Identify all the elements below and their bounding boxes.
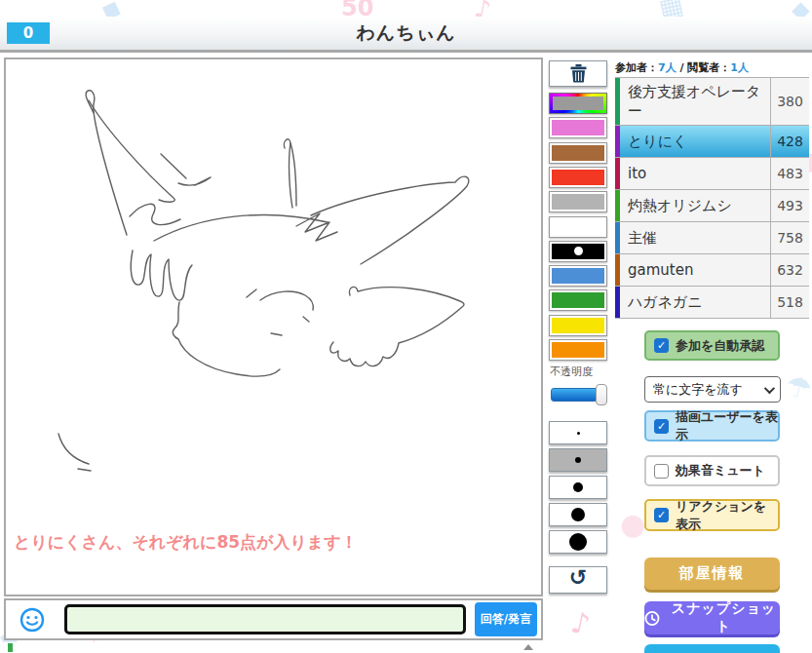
undo-button[interactable]: ↺ <box>549 566 607 594</box>
brush-size-1[interactable] <box>549 421 607 444</box>
header-bar: 0 わんちぃん <box>0 17 812 53</box>
player-row[interactable]: とりにく428 <box>615 126 809 158</box>
color-swatch-yellow[interactable] <box>549 315 607 336</box>
brush-dot <box>575 457 581 463</box>
color-fill <box>552 120 604 135</box>
color-fill <box>552 342 604 358</box>
player-list: 後方支援オペレーター380とりにく428ito483灼熱オリジムシ493主催75… <box>615 77 809 319</box>
room-title: わんちぃん <box>356 20 455 46</box>
show-reactions-toggle[interactable]: ✓ リアクションを表示 <box>644 499 780 531</box>
chevron-down-icon <box>764 382 775 393</box>
player-row[interactable]: ito483 <box>615 158 809 190</box>
brush-dot <box>573 482 583 492</box>
show-draw-user-checkbox[interactable]: ✓ <box>654 419 669 434</box>
snapshot-button[interactable]: スナップショット <box>644 601 780 634</box>
undo-icon: ↺ <box>569 567 587 589</box>
selected-color-dot <box>574 247 583 255</box>
bottom-cyan-button[interactable] <box>644 644 780 653</box>
auto-approve-label: 参加を自動承認 <box>676 337 764 355</box>
mute-sfx-checkbox[interactable] <box>654 464 669 479</box>
color-fill <box>552 244 604 259</box>
player-name: ハガネガニ <box>620 287 771 318</box>
opacity-slider-track <box>551 388 598 402</box>
brush-dot <box>569 533 587 551</box>
show-draw-user-toggle[interactable]: ✓ 描画ユーザーを表示 <box>644 410 780 442</box>
mute-sfx-toggle[interactable]: 効果音ミュート <box>644 455 780 486</box>
color-swatch-brown[interactable] <box>549 142 607 164</box>
player-row[interactable]: 灼熱オリジムシ493 <box>615 190 809 222</box>
opacity-slider[interactable] <box>551 383 607 406</box>
answer-submit-button[interactable]: 回答/発言 <box>475 602 537 636</box>
color-swatch-pink[interactable] <box>549 117 607 138</box>
participants-line: 参加者：7人 / 閲覧者：1人 <box>615 60 749 75</box>
auto-approve-toggle[interactable]: ✓ 参加を自動承認 <box>644 330 780 361</box>
color-swatch-black[interactable] <box>549 241 607 262</box>
player-row[interactable]: 後方支援オペレーター380 <box>615 78 809 126</box>
show-reactions-label: リアクションを表示 <box>676 498 778 533</box>
clock-icon <box>644 610 660 627</box>
scroll-up-arrow-icon[interactable] <box>523 644 533 650</box>
color-fill <box>553 96 603 110</box>
brush-dot <box>577 432 580 435</box>
participants-count: 7人 <box>658 61 677 74</box>
color-fill <box>552 318 604 333</box>
player-name: 主催 <box>620 222 771 253</box>
color-swatch-green[interactable] <box>549 289 607 311</box>
player-name: 灼熱オリジムシ <box>620 190 771 221</box>
bottom-strip <box>4 642 543 653</box>
color-swatch-orange[interactable] <box>549 339 607 361</box>
log-marker <box>8 643 13 652</box>
sketch-drawing <box>6 59 541 595</box>
game-score-message: とりにくさん、それぞれに85点が入ります！ <box>14 531 358 554</box>
player-row[interactable]: 主催758 <box>615 222 809 254</box>
brush-size-3[interactable] <box>549 476 607 499</box>
color-swatch-red[interactable] <box>549 167 607 188</box>
brush-size-5[interactable] <box>549 530 607 554</box>
color-fill <box>552 170 604 185</box>
pattern-glyph: ♪ <box>568 604 594 641</box>
player-row[interactable]: gamuten632 <box>615 254 809 287</box>
answer-input[interactable] <box>64 604 466 634</box>
text-flow-value: 常に文字を流す <box>653 381 743 399</box>
player-score: 483 <box>771 158 809 189</box>
player-score: 632 <box>771 254 809 286</box>
chat-bar: 回答/発言 <box>4 598 543 640</box>
color-swatch-custom-rainbow[interactable] <box>549 93 607 114</box>
player-score: 380 <box>771 78 809 125</box>
player-name: 後方支援オペレーター <box>620 78 771 125</box>
color-fill <box>552 268 604 284</box>
color-swatch-gray[interactable] <box>549 191 607 212</box>
brush-size-4[interactable] <box>549 503 607 526</box>
color-swatch-white[interactable] <box>549 216 607 238</box>
player-score: 518 <box>771 287 809 318</box>
player-name: ito <box>620 158 771 189</box>
timer-badge: 0 <box>7 22 50 44</box>
pattern-glyph: ● <box>620 507 645 541</box>
viewers-label: / 閲覧者： <box>677 61 731 74</box>
color-fill <box>552 194 604 210</box>
color-fill <box>552 292 604 308</box>
player-score: 493 <box>771 190 809 221</box>
brush-size-2[interactable] <box>549 448 607 472</box>
player-name: とりにく <box>620 126 771 157</box>
trash-icon <box>570 64 587 83</box>
clear-canvas-button[interactable] <box>549 60 607 87</box>
show-draw-user-label: 描画ユーザーを表示 <box>676 408 778 443</box>
brush-dot <box>571 508 585 521</box>
text-flow-dropdown[interactable]: 常に文字を流す <box>644 376 781 403</box>
room-info-button[interactable]: 部屋情報 <box>644 557 780 590</box>
player-row[interactable]: ハガネガニ518 <box>615 287 809 319</box>
player-score: 428 <box>771 126 809 157</box>
player-score: 758 <box>771 222 809 253</box>
opacity-slider-handle[interactable] <box>596 384 607 405</box>
auto-approve-checkbox[interactable]: ✓ <box>654 338 669 353</box>
opacity-label: 不透明度 <box>550 365 593 379</box>
drawing-canvas[interactable]: とりにくさん、それぞれに85点が入ります！ <box>4 58 543 596</box>
color-swatch-blue[interactable] <box>549 265 607 287</box>
viewers-count: 1人 <box>730 61 749 74</box>
emoji-icon[interactable] <box>19 607 45 633</box>
player-name: gamuten <box>620 254 771 286</box>
color-fill <box>552 219 604 235</box>
color-fill <box>552 145 604 161</box>
show-reactions-checkbox[interactable]: ✓ <box>654 508 669 522</box>
